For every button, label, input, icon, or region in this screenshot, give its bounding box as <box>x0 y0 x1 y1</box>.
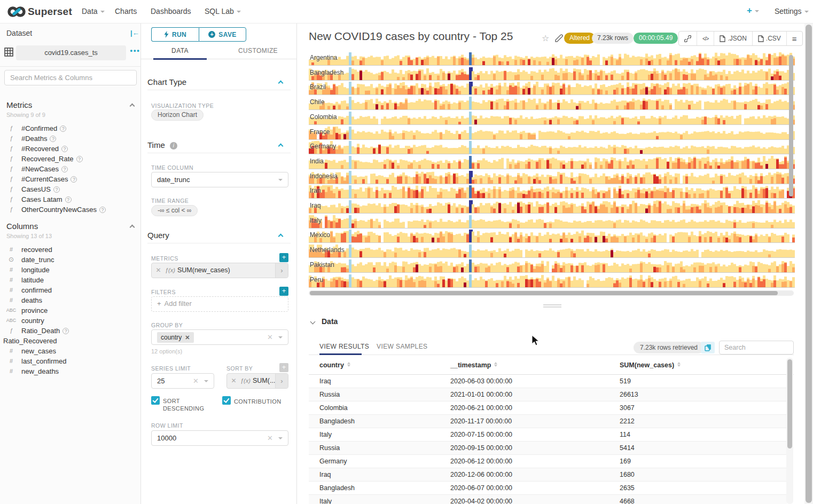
export-json-button[interactable]: .JSON <box>714 32 752 45</box>
nav-data-menu[interactable]: Data <box>82 7 105 15</box>
help-icon[interactable]: ? <box>71 176 77 183</box>
sort-icon[interactable] <box>494 362 497 367</box>
row-limit-select[interactable]: 10000✕ <box>151 430 288 446</box>
time-column-select[interactable]: date_trunc <box>151 172 288 187</box>
add-filter-button[interactable]: + <box>279 287 288 296</box>
sort-icon[interactable] <box>677 362 681 367</box>
metric-item[interactable]: ƒ#Recovered? <box>0 144 141 154</box>
remove-metric-icon[interactable]: ✕ <box>227 374 240 388</box>
column-item[interactable]: #latitude <box>0 275 141 285</box>
contribution-checkbox[interactable] <box>222 396 231 405</box>
table-row[interactable]: Iraq2020-12-06 00:00:001680 <box>309 468 787 482</box>
settings-menu[interactable]: Settings <box>775 7 809 15</box>
help-icon[interactable]: ? <box>62 328 69 334</box>
column-item[interactable]: ABCcountry <box>0 316 141 326</box>
table-row[interactable]: Italy2020-04-02 00:00:004668 <box>309 495 787 504</box>
chart-title[interactable]: New COVID19 cases by country - Top 25 <box>309 30 513 43</box>
data-section-title[interactable]: Data <box>322 317 338 326</box>
embed-code-button[interactable]: </> <box>697 32 714 45</box>
chart-horizontal-scrollbar[interactable] <box>309 290 794 296</box>
column-item[interactable]: Ratio_Recovered <box>0 336 141 346</box>
metric-chip[interactable]: ✕ ƒ(x)SUM(new_cases) › <box>151 263 288 278</box>
scrollbar-thumb[interactable] <box>806 25 812 503</box>
metric-item[interactable]: ƒ#NewCases? <box>0 164 141 174</box>
superset-logo-icon[interactable] <box>7 5 26 19</box>
column-item[interactable]: ƒRatio_Death? <box>0 326 141 336</box>
column-item[interactable]: #confirmed <box>0 285 141 295</box>
column-header-sum-new-cases[interactable]: SUM(new_cases) <box>620 361 681 369</box>
time-range-value[interactable]: -∞ ≤ col < ∞ <box>151 205 198 216</box>
metrics-columns-search-input[interactable] <box>4 70 137 85</box>
help-icon[interactable]: ? <box>61 146 68 152</box>
table-row[interactable]: Iraq2020-06-03 00:00:00519 <box>309 375 787 388</box>
column-header-timestamp[interactable]: __timestamp <box>450 361 497 369</box>
metric-item[interactable]: ƒCasesUS? <box>0 184 141 194</box>
metric-item[interactable]: ƒ#Confirmed? <box>0 123 141 133</box>
add-metric-button[interactable]: + <box>279 253 288 262</box>
dataset-options-icon[interactable]: ●●● <box>130 48 140 53</box>
collapse-query-icon[interactable] <box>278 234 284 239</box>
expand-metric-icon[interactable]: › <box>275 263 288 278</box>
clear-select-icon[interactable]: ✕ <box>267 431 273 445</box>
help-icon[interactable]: ? <box>60 125 66 132</box>
scrollbar-thumb[interactable] <box>787 359 792 448</box>
dataset-name[interactable]: covid19.cases_ts <box>16 45 126 60</box>
series-limit-select[interactable]: 25✕ <box>151 373 214 389</box>
nav-dashboards[interactable]: Dashboards <box>151 7 191 15</box>
column-item[interactable]: #deaths <box>0 295 141 305</box>
viz-type-value[interactable]: Horizon Chart <box>151 109 204 121</box>
add-sort-metric-button[interactable]: + <box>279 363 288 372</box>
help-icon[interactable]: ? <box>99 207 106 213</box>
sort-descending-checkbox[interactable] <box>151 396 160 405</box>
column-item[interactable]: #new_deaths <box>0 366 141 376</box>
tab-view-samples[interactable]: VIEW SAMPLES <box>377 343 428 350</box>
brand-title[interactable]: Superset <box>28 6 72 18</box>
table-scrollbar[interactable] <box>786 358 793 504</box>
nav-sqllab-menu[interactable]: SQL Lab <box>205 7 241 15</box>
help-icon[interactable]: ? <box>61 166 68 172</box>
column-item[interactable]: #new_cases <box>0 346 141 356</box>
remove-chip-icon[interactable]: ✕ <box>185 334 190 341</box>
export-csv-button[interactable]: .CSV <box>753 32 787 45</box>
column-item[interactable]: #longitude <box>0 265 141 275</box>
results-search-input[interactable] <box>719 341 794 355</box>
column-item[interactable]: #recovered <box>0 245 141 255</box>
help-icon[interactable]: ? <box>53 186 60 193</box>
chart-menu-button[interactable]: ≡ <box>787 32 802 45</box>
clear-select-icon[interactable]: ✕ <box>267 330 273 344</box>
panel-resize-handle[interactable] <box>536 304 568 310</box>
help-icon[interactable]: ? <box>76 156 83 162</box>
group-by-chip[interactable]: country✕ <box>157 332 194 343</box>
page-scrollbar[interactable] <box>804 23 813 504</box>
column-item[interactable]: ⊙date_trunc <box>0 255 141 265</box>
chart-vertical-scrollbar[interactable] <box>789 55 793 196</box>
tab-customize[interactable]: CUSTOMIZE <box>219 45 297 59</box>
collapse-chart-type-icon[interactable] <box>278 81 284 86</box>
run-button[interactable]: RUN <box>151 27 199 42</box>
table-row[interactable]: Russia2021-01-01 00:00:0026613 <box>309 388 787 401</box>
metric-item[interactable]: ƒRecovered_Rate? <box>0 154 141 164</box>
collapse-columns-icon[interactable] <box>130 225 135 230</box>
group-by-select[interactable]: country✕ ✕ <box>151 329 288 345</box>
metric-item[interactable]: ƒ#Deaths? <box>0 133 141 144</box>
help-icon[interactable]: ? <box>50 136 56 142</box>
copy-data-button[interactable] <box>701 342 715 353</box>
column-item[interactable]: ABCprovince <box>0 305 141 316</box>
help-icon[interactable]: ? <box>65 196 72 203</box>
collapse-metrics-icon[interactable] <box>130 104 135 109</box>
column-header-country[interactable]: country <box>319 361 350 369</box>
collapse-time-icon[interactable] <box>278 144 284 149</box>
table-row[interactable]: Bangladesh2020-06-07 00:00:002635 <box>309 482 787 495</box>
save-button[interactable]: + SAVE <box>199 27 246 42</box>
sort-icon[interactable] <box>347 362 350 367</box>
favorite-star-icon[interactable]: ☆ <box>542 33 549 43</box>
collapse-data-icon[interactable] <box>310 319 316 325</box>
table-row[interactable]: Germany2020-06-12 00:00:00169 <box>309 455 787 468</box>
scrollbar-thumb[interactable] <box>310 291 778 295</box>
tab-data[interactable]: DATA <box>141 45 219 59</box>
sort-by-chip[interactable]: ✕ ƒ(x)SUM(... › <box>226 373 288 389</box>
table-row[interactable]: Colombia2020-06-21 00:00:003067 <box>309 401 787 415</box>
new-item-button[interactable]: + <box>747 5 759 16</box>
table-row[interactable]: Bangladesh2020-11-17 00:00:002212 <box>309 415 787 428</box>
altered-badge[interactable]: Altered <box>564 33 595 44</box>
